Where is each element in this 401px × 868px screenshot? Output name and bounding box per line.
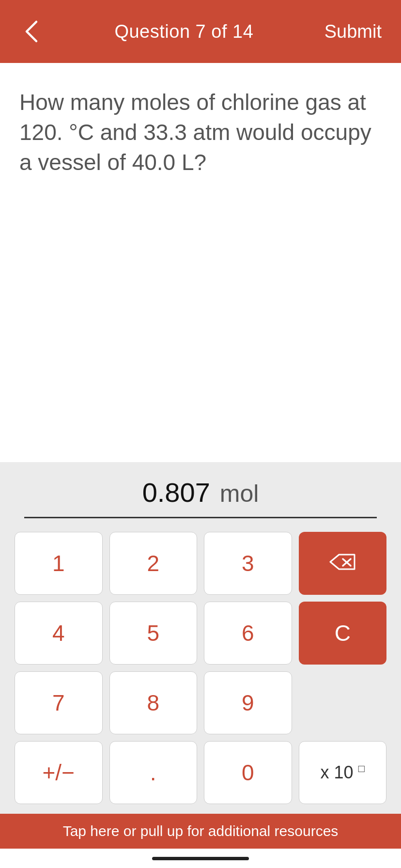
home-bar: [152, 857, 249, 860]
key-9[interactable]: 9: [204, 671, 292, 734]
home-indicator: [0, 849, 401, 868]
answer-unit: mol: [220, 480, 259, 508]
header: Question 7 of 14 Submit: [0, 0, 401, 63]
exponent-box: □: [358, 762, 365, 775]
key-plus-minus[interactable]: +/−: [15, 741, 103, 804]
x10-label: x 10 □: [321, 762, 365, 783]
key-5[interactable]: 5: [109, 602, 198, 665]
bottom-banner[interactable]: Tap here or pull up for additional resou…: [0, 814, 401, 849]
question-area: How many moles of chlorine gas at 120. °…: [0, 63, 401, 462]
key-1[interactable]: 1: [15, 532, 103, 595]
question-progress: Question 7 of 14: [114, 21, 253, 42]
key-6[interactable]: 6: [204, 602, 292, 665]
bottom-banner-text: Tap here or pull up for additional resou…: [63, 823, 339, 839]
key-3[interactable]: 3: [204, 532, 292, 595]
key-4[interactable]: 4: [15, 602, 103, 665]
key-x10[interactable]: x 10 □: [299, 741, 387, 804]
key-decimal[interactable]: .: [109, 741, 198, 804]
key-8[interactable]: 8: [109, 671, 198, 734]
submit-button[interactable]: Submit: [324, 21, 382, 42]
back-button[interactable]: [19, 20, 44, 43]
key-2[interactable]: 2: [109, 532, 198, 595]
key-7[interactable]: 7: [15, 671, 103, 734]
answer-display: 0.807 mol: [24, 477, 377, 518]
keypad: 1 2 3 4 5 6 C 7 8 9 +/− . 0 x 10 □: [15, 532, 386, 804]
key-0[interactable]: 0: [204, 741, 292, 804]
question-text: How many moles of chlorine gas at 120. °…: [19, 87, 382, 177]
answer-value: 0.807: [142, 477, 210, 508]
key-clear[interactable]: C: [299, 602, 387, 665]
key-backspace[interactable]: [299, 532, 387, 595]
calculator-area: 0.807 mol 1 2 3 4 5 6 C 7 8 9 +/−: [0, 462, 401, 814]
backspace-icon: [329, 550, 355, 576]
